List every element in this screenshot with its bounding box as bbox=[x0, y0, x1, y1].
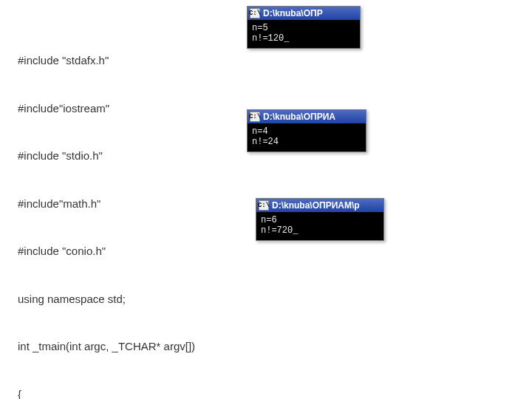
code-line: using namespace std; bbox=[18, 291, 195, 307]
console-window-3: C:\ D:\knuba\ОПРИАМ\р n=6 n!=720_ bbox=[256, 198, 384, 241]
terminal-icon: C:\ bbox=[250, 8, 260, 18]
code-line: { bbox=[18, 386, 195, 400]
console-title-bar: C:\ D:\knuba\ОПР bbox=[248, 7, 360, 20]
console-title-bar: C:\ D:\knuba\ОПРИА bbox=[248, 110, 366, 123]
console-title-bar: C:\ D:\knuba\ОПРИАМ\р bbox=[256, 199, 383, 212]
code-line: #include"iostream" bbox=[18, 100, 195, 117]
console-title-text: D:\knuba\ОПРИА bbox=[263, 110, 335, 123]
terminal-icon: C:\ bbox=[259, 200, 269, 211]
code-line: #include"math.h" bbox=[18, 196, 195, 212]
code-line: #include "conio.h" bbox=[18, 243, 195, 259]
console-window-2: C:\ D:\knuba\ОПРИА n=4 n!=24 bbox=[247, 109, 366, 152]
console-output: n=4 n!=24 bbox=[248, 123, 366, 151]
console-output: n=5 n!=120_ bbox=[248, 20, 360, 48]
console-title-text: D:\knuba\ОПР bbox=[263, 7, 323, 20]
console-window-1: C:\ D:\knuba\ОПР n=5 n!=120_ bbox=[247, 6, 361, 49]
code-line: int _tmain(int argc, _TCHAR* argv[]) bbox=[18, 338, 195, 355]
terminal-icon: C:\ bbox=[250, 112, 260, 122]
console-output: n=6 n!=720_ bbox=[256, 212, 383, 240]
code-line: #include "stdafx.h" bbox=[18, 52, 195, 69]
code-line: #include "stdio.h" bbox=[18, 148, 195, 164]
source-code-block: #include "stdafx.h" #include"iostream" #… bbox=[18, 21, 195, 399]
console-title-text: D:\knuba\ОПРИАМ\р bbox=[272, 199, 360, 212]
